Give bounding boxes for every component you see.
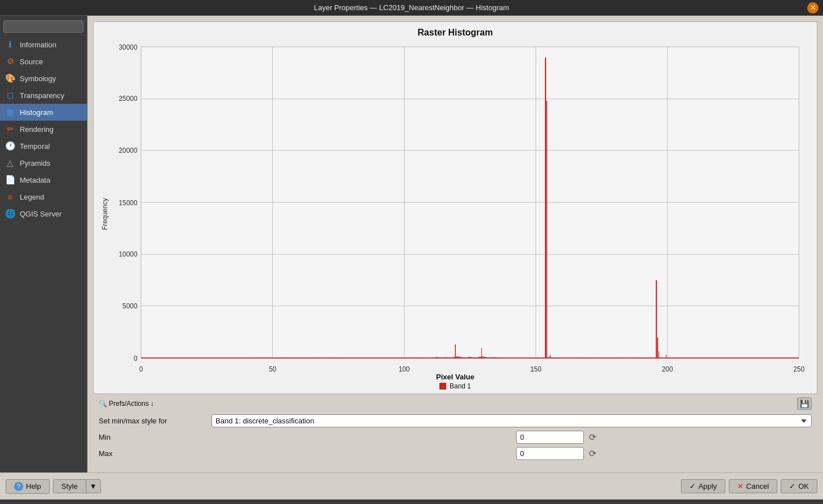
style-button[interactable]: Style (53, 479, 86, 493)
chart-container: Frequency (99, 40, 811, 372)
sidebar-item-pyramids[interactable]: △ Pyramids (0, 154, 87, 171)
y-axis-label: Frequency (99, 40, 111, 372)
svg-text:50: 50 (269, 365, 276, 372)
set-min-max-label: Set min/max style for (99, 417, 212, 425)
style-button-group: Style ▼ (53, 479, 101, 493)
max-label: Max (99, 449, 516, 458)
min-row: Min ⟳ (99, 431, 812, 444)
sidebar-item-temporal[interactable]: 🕐 Temporal (0, 138, 87, 154)
svg-text:150: 150 (530, 365, 542, 372)
sidebar-item-metadata[interactable]: 📄 Metadata (0, 171, 87, 188)
ok-button[interactable]: ✓ OK (781, 479, 817, 493)
min-reset-icon[interactable]: ⟳ (584, 432, 601, 443)
metadata-icon: 📄 (5, 174, 16, 185)
max-row: Max ⟳ (99, 447, 812, 460)
symbology-icon: 🎨 (5, 73, 16, 84)
prefs-row: 🔍 Prefs/Actions ↓ 💾 (99, 397, 812, 410)
rendering-icon: ✏ (5, 123, 16, 135)
title-bar: Layer Properties — LC2019_NearestNeighbo… (0, 0, 823, 16)
min-label: Min (99, 433, 516, 441)
min-input[interactable] (516, 431, 584, 444)
sidebar-item-qgis-server[interactable]: 🌐 QGIS Server (0, 205, 87, 222)
pyramids-icon: △ (5, 157, 16, 169)
prefs-label: Prefs/Actions (109, 400, 149, 408)
x-axis-label: Pixel Value (436, 373, 474, 381)
title-text: Layer Properties — LC2019_NearestNeighbo… (314, 3, 509, 12)
svg-text:30000: 30000 (119, 43, 138, 51)
sidebar-label-legend: Legend (20, 193, 44, 201)
close-button[interactable]: ✕ (807, 2, 818, 14)
svg-text:10000: 10000 (119, 250, 138, 258)
chart-legend: Band 1 (439, 382, 471, 390)
svg-text:0: 0 (134, 354, 138, 362)
prefs-actions-button[interactable]: 🔍 Prefs/Actions ↓ (99, 400, 154, 408)
search-input[interactable] (3, 20, 83, 33)
cancel-button[interactable]: ✕ Cancel (729, 479, 777, 493)
ok-label: OK (798, 482, 809, 490)
histogram-icon: ▦ (5, 107, 16, 118)
source-icon: ⚙ (5, 56, 16, 67)
max-input[interactable] (516, 447, 584, 460)
help-button[interactable]: ? Help (6, 479, 50, 494)
sidebar-item-symbology[interactable]: 🎨 Symbology (0, 70, 87, 87)
sidebar-label-temporal: Temporal (20, 142, 50, 151)
sidebar-label-symbology: Symbology (20, 74, 56, 83)
footer: ? Help Style ▼ ✓ Apply ✕ Cancel ✓ OK (0, 472, 823, 499)
apply-button[interactable]: ✓ Apply (681, 479, 725, 493)
sidebar: ℹ Information ⚙ Source 🎨 Symbology ◻ Tra… (0, 16, 87, 472)
sidebar-item-histogram[interactable]: ▦ Histogram (0, 104, 87, 121)
temporal-icon: 🕐 (5, 140, 16, 152)
chart-title: Raster Histogram (417, 28, 492, 38)
sidebar-item-source[interactable]: ⚙ Source (0, 53, 87, 70)
min-max-style-row: Set min/max style for Band 1: discrete_c… (99, 414, 812, 427)
svg-text:100: 100 (399, 365, 410, 372)
chart-inner: 0 5000 10000 15000 20000 25000 30000 0 5… (111, 40, 811, 372)
svg-text:250: 250 (793, 365, 804, 372)
sidebar-item-rendering[interactable]: ✏ Rendering (0, 121, 87, 138)
sidebar-item-transparency[interactable]: ◻ Transparency (0, 87, 87, 104)
svg-text:25000: 25000 (119, 94, 138, 103)
sidebar-label-rendering: Rendering (20, 125, 54, 134)
apply-icon: ✓ (689, 482, 696, 490)
legend-label: Band 1 (450, 382, 471, 390)
sidebar-item-legend[interactable]: ≡ Legend (0, 188, 87, 205)
qgis-server-icon: 🌐 (5, 208, 16, 219)
save-icon-button[interactable]: 💾 (797, 397, 812, 410)
bottom-controls: 🔍 Prefs/Actions ↓ 💾 Set min/max style fo… (93, 394, 817, 467)
ok-icon: ✓ (789, 482, 795, 490)
help-icon: ? (14, 482, 23, 491)
svg-text:200: 200 (662, 365, 673, 372)
svg-text:0: 0 (139, 365, 143, 372)
svg-text:20000: 20000 (119, 147, 138, 155)
svg-text:15000: 15000 (119, 198, 138, 207)
chart-area: Raster Histogram Frequency (93, 21, 817, 394)
sidebar-label-source: Source (20, 58, 43, 66)
cancel-label: Cancel (746, 482, 769, 490)
save-icon: 💾 (800, 400, 809, 408)
information-icon: ℹ (5, 39, 16, 50)
help-label: Help (26, 482, 41, 490)
svg-text:5000: 5000 (122, 302, 137, 311)
prefs-search-icon: 🔍 (99, 400, 107, 408)
legend-icon: ≡ (5, 191, 16, 202)
cancel-icon: ✕ (737, 482, 743, 490)
sidebar-label-qgis-server: QGIS Server (20, 210, 61, 218)
max-reset-icon[interactable]: ⟳ (584, 448, 601, 459)
transparency-icon: ◻ (5, 90, 16, 101)
prefs-arrow-icon: ↓ (151, 400, 154, 408)
sidebar-label-pyramids: Pyramids (20, 159, 50, 167)
main-content: Raster Histogram Frequency (87, 16, 823, 472)
apply-label: Apply (698, 482, 717, 490)
legend-color-box (439, 383, 446, 390)
sidebar-label-information: Information (20, 41, 56, 49)
band-select[interactable]: Band 1: discrete_classification (212, 414, 812, 427)
sidebar-label-metadata: Metadata (20, 176, 50, 184)
sidebar-item-information[interactable]: ℹ Information (0, 36, 87, 53)
style-dropdown-button[interactable]: ▼ (86, 479, 101, 493)
sidebar-label-histogram: Histogram (20, 108, 53, 117)
sidebar-label-transparency: Transparency (20, 91, 64, 100)
